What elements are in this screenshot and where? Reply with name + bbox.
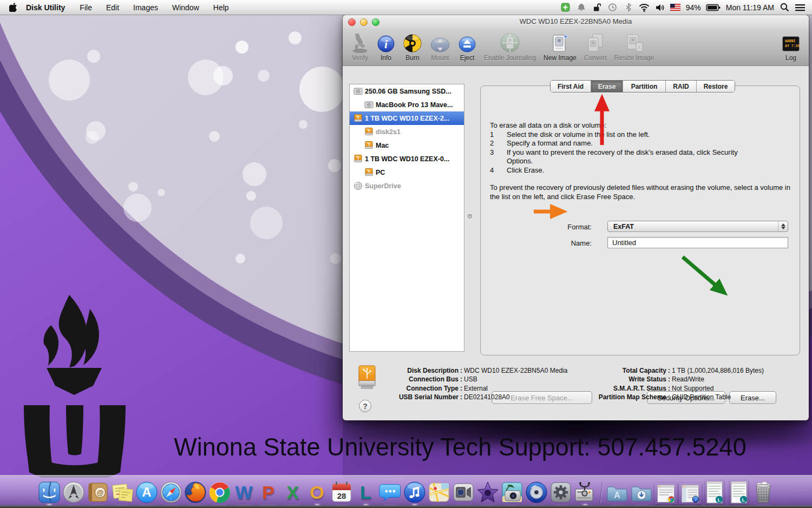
dock-itunes[interactable] (402, 479, 427, 504)
safari-icon (159, 480, 183, 504)
sidebar-item-pc[interactable]: PC (350, 166, 464, 179)
dock-reflection (364, 505, 368, 507)
wifi-icon[interactable] (639, 2, 650, 13)
dock-reflection (708, 505, 722, 507)
dock-minimized-document-2[interactable]: L (726, 479, 751, 504)
tab-partition[interactable]: Partition (623, 81, 666, 92)
svg-text:+: + (563, 32, 568, 42)
external-disk-icon (364, 168, 374, 177)
dock-chrome[interactable] (207, 479, 232, 504)
dock-applications-folder[interactable]: A (605, 479, 629, 504)
active-app-menu[interactable]: Disk Utility (18, 3, 73, 12)
trash-icon (751, 480, 775, 504)
dock-iphoto[interactable] (500, 479, 524, 504)
green-app-icon[interactable] (560, 2, 571, 13)
menu-bar-clock[interactable]: Mon 11:19 AM (726, 3, 774, 12)
dock-launchpad[interactable] (61, 479, 86, 504)
window-titlebar[interactable]: WDC WD10 EZEX-22BN5A0 Media (343, 15, 809, 29)
sidebar-item-mac[interactable]: Mac (350, 138, 464, 152)
dock-reflection (732, 505, 746, 507)
bell-icon[interactable] (576, 2, 587, 13)
format-dropdown[interactable]: ExFAT (607, 221, 788, 232)
dock-app-store[interactable]: A (134, 479, 159, 504)
dock-trash[interactable] (751, 479, 775, 504)
sidebar-item-1-tb-wdc-wd10-ezex-2[interactable]: 1 TB WDC WD10 EZEX-2... (350, 111, 464, 125)
applications-folder-icon: A (605, 480, 629, 504)
battery-icon[interactable] (706, 2, 721, 13)
toolbar-burn-button[interactable]: Burn (399, 30, 426, 62)
sidebar-item-disk2s1[interactable]: disk2s1 (350, 125, 464, 138)
toolbar-info-button[interactable]: i Info (373, 30, 399, 62)
erase-intro: To erase all data on a disk or volume: (490, 121, 796, 130)
external-disk-icon (364, 127, 374, 136)
burn-icon (403, 31, 422, 53)
powerpoint-icon: P (262, 480, 274, 504)
dock-contacts[interactable]: @ (86, 479, 110, 504)
optical-drive-icon (353, 181, 363, 190)
dock-reflection (456, 505, 470, 507)
splitter-handle[interactable] (468, 214, 472, 219)
dock-maps[interactable] (427, 479, 451, 504)
dock-imovie[interactable] (475, 479, 500, 504)
volume-icon[interactable] (654, 2, 665, 13)
menu-help[interactable]: Help (206, 3, 236, 12)
tab-first-aid[interactable]: First Aid (551, 81, 591, 92)
dock-facetime[interactable] (451, 479, 475, 504)
dock-finder[interactable] (37, 479, 61, 504)
toolbar-verify-button: Verify (347, 30, 373, 62)
lock-open-icon[interactable] (592, 2, 603, 13)
apple-menu-icon[interactable] (8, 2, 18, 13)
tab-restore[interactable]: Restore (697, 81, 735, 92)
toolbar-new-image-button[interactable]: + New Image (540, 30, 580, 62)
dock-calendar[interactable]: 28 (329, 479, 353, 504)
menu-file[interactable]: File (73, 3, 99, 12)
sidebar-item-superdrive[interactable]: SuperDrive (350, 179, 464, 193)
sidebar-item-250-06-gb-samsung-ssd[interactable]: 250.06 GB Samsung SSD... (350, 84, 464, 98)
toolbar-log-button[interactable]: WARNIAY 7:36 Log (777, 30, 804, 62)
time-machine-icon[interactable] (607, 2, 618, 13)
dock-word[interactable]: W (232, 479, 256, 504)
minimized-document-1-icon: L (705, 480, 724, 504)
bluetooth-icon[interactable] (623, 2, 634, 13)
dock-minimized-chrome-window[interactable] (653, 479, 678, 504)
dock-reflection (67, 505, 81, 507)
sidebar-item-1-tb-wdc-wd10-ezex-0[interactable]: 1 TB WDC WD10 EZEX-0... (350, 152, 464, 166)
menu-images[interactable]: Images (126, 3, 165, 12)
dock-system-preferences[interactable] (548, 479, 573, 504)
dock-firefox[interactable] (183, 479, 207, 504)
dock-minimized-document-1[interactable]: L (702, 479, 726, 504)
svg-text:28: 28 (337, 491, 346, 500)
dock-safari[interactable] (159, 479, 183, 504)
dock-disk-utility[interactable] (573, 479, 597, 504)
tab-erase[interactable]: Erase (591, 81, 623, 92)
dock-outlook[interactable]: O (305, 479, 329, 504)
tab-raid[interactable]: RAID (666, 81, 697, 92)
notification-center-icon[interactable] (795, 2, 806, 13)
minimized-document-2-icon: L (730, 480, 748, 504)
dock-dvd-player[interactable] (524, 479, 548, 504)
imovie-icon (476, 480, 500, 504)
app-menus: FileEditImagesWindowHelp (73, 3, 235, 12)
name-field[interactable] (607, 237, 788, 248)
toolbar-mount-button: Mount (426, 30, 454, 62)
disk-utility-icon (573, 480, 597, 504)
toolbar-eject-button[interactable]: Eject (454, 30, 480, 62)
menu-edit[interactable]: Edit (99, 3, 126, 12)
menu-window[interactable]: Window (165, 3, 206, 12)
sidebar-item-macbook-pro-13-mave[interactable]: MacBook Pro 13 Mave... (350, 98, 464, 111)
us-flag-icon[interactable] (670, 2, 681, 13)
dock-excel[interactable]: X (280, 479, 305, 504)
help-button[interactable]: ? (359, 400, 371, 412)
erase-step: 4Click Erase. (490, 166, 796, 175)
dock-stickies[interactable] (110, 479, 134, 504)
svg-text:L: L (717, 497, 721, 503)
dock-powerpoint[interactable]: P (256, 479, 280, 504)
info-row-s-m-a-r-t-status: S.M.A.R.T. Status: Not Supported (580, 384, 802, 393)
spotlight-icon[interactable] (779, 2, 790, 13)
info-icon: i (377, 31, 395, 53)
dock-minimized-itunes-window[interactable]: ♪ (678, 479, 702, 504)
dock-lync[interactable]: L (353, 479, 378, 504)
svg-text:A: A (142, 485, 151, 499)
dock-downloads-folder[interactable] (629, 479, 653, 504)
dock-messages[interactable] (378, 479, 402, 504)
